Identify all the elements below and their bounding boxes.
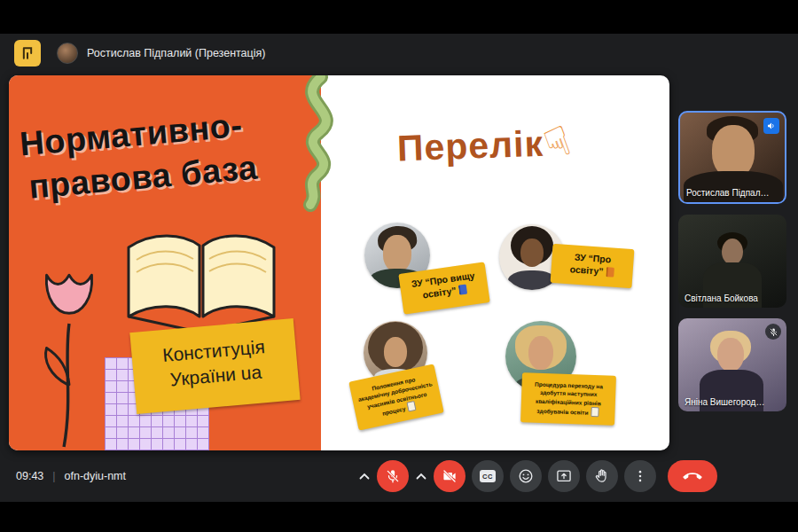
divider: |: [52, 470, 55, 482]
meet-window: Ростислав Підпалий (Презентація) Констит…: [0, 0, 798, 532]
face-shape: [520, 239, 544, 267]
top-bar: Ростислав Підпалий (Презентація): [14, 39, 265, 67]
participant-tile-rostyslav[interactable]: Ростислав Підпал…: [678, 111, 786, 204]
list-title-text: Перелік: [396, 123, 544, 170]
smiley-icon: [517, 467, 535, 485]
participants-panel: Ростислав Підпал… Світлана Бойкова Яніна…: [678, 111, 786, 411]
tulip-illustration: [20, 246, 117, 450]
face-shape: [722, 239, 743, 265]
camera-off-button[interactable]: [434, 460, 466, 492]
face-shape: [383, 235, 411, 272]
torso-shape: [508, 270, 556, 290]
slide-title: Нормативно- правова база: [18, 103, 259, 209]
sticky-note-text: Положення про академічну доброчесність у…: [357, 376, 433, 417]
hand-icon: [593, 467, 611, 485]
present-icon: [555, 467, 573, 485]
meeting-info: 09:43 | ofn-dyiu-nmt: [16, 470, 126, 482]
page-icon: [407, 401, 417, 412]
speaker-indicator-icon: [763, 118, 779, 134]
presenter-chip: Ростислав Підпалий (Презентація): [57, 43, 265, 64]
participant-name: Яніна Вишегород…: [685, 397, 764, 407]
sticky-note-education-law: ЗУ “Про освіту”: [551, 244, 635, 288]
mic-muted-indicator-icon: [765, 324, 781, 340]
face-shape: [528, 336, 553, 370]
sticky-note-academic-integrity: Положення про академічну доброчесність у…: [348, 364, 444, 430]
participant-name: Світлана Бойкова: [685, 293, 758, 303]
presenter-avatar: [57, 43, 78, 64]
page-icon: [591, 407, 598, 417]
more-options-button[interactable]: [624, 460, 656, 492]
list-title: Перелік ☟: [396, 122, 571, 173]
kebab-menu-icon: [632, 468, 648, 484]
presenter-name: Ростислав Підпалий (Презентація): [87, 47, 265, 59]
raise-hand-button[interactable]: [586, 460, 618, 492]
orange-book-icon: [606, 267, 614, 278]
face-shape: [717, 338, 744, 372]
app-logo-icon: [14, 40, 41, 66]
phone-down-icon: [683, 466, 702, 486]
mic-off-button[interactable]: [377, 460, 409, 492]
end-call-button[interactable]: [668, 460, 717, 492]
bottom-bar: 09:43 | ofn-dyiu-nmt: [0, 450, 798, 502]
camera-options-chevron-icon[interactable]: [415, 463, 427, 489]
captions-button[interactable]: CC: [472, 460, 504, 492]
participant-name: Ростислав Підпал…: [686, 188, 770, 198]
blue-book-icon: [458, 284, 467, 294]
meeting-code: ofn-dyiu-nmt: [65, 470, 126, 482]
present-button[interactable]: [548, 460, 580, 492]
face-shape: [384, 337, 407, 367]
mic-options-chevron-icon[interactable]: [358, 463, 371, 489]
captions-icon: CC: [480, 470, 497, 482]
call-controls: CC: [358, 460, 717, 492]
squiggle-decoration: [268, 75, 352, 213]
participant-tile-svitlana[interactable]: Світлана Бойкова: [678, 215, 786, 308]
reactions-button[interactable]: [510, 460, 542, 492]
constitution-sticky-note: Конституція України ua: [129, 318, 300, 414]
participant-tile-yanina[interactable]: Яніна Вишегород…: [678, 318, 786, 411]
clock: 09:43: [16, 470, 43, 482]
face-shape: [712, 125, 755, 178]
sticky-note-qualification-levels: Процедура переходу на здобуття наступних…: [520, 372, 616, 426]
presentation-slide[interactable]: Конституція України ua Нормативно- право…: [9, 75, 669, 450]
